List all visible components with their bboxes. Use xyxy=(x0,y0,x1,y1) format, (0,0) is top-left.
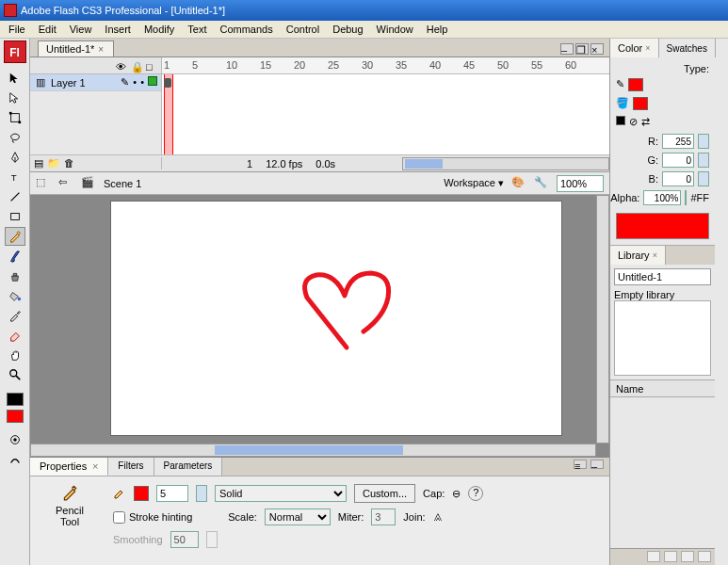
help-icon[interactable]: ? xyxy=(468,486,483,501)
close-tab-icon[interactable]: × xyxy=(98,44,104,55)
layer-row[interactable]: ▥ Layer 1 ✎ •• xyxy=(30,74,161,91)
timeline-scrollbar[interactable] xyxy=(402,157,609,170)
menu-commands[interactable]: Commands xyxy=(213,22,279,37)
new-layer-icon[interactable]: ▤ xyxy=(34,157,43,170)
menu-modify[interactable]: Modify xyxy=(138,22,181,37)
stroke-color-button[interactable] xyxy=(134,486,149,501)
fill-swatch[interactable] xyxy=(633,97,648,110)
menu-text[interactable]: Text xyxy=(181,22,213,37)
keyframe[interactable] xyxy=(164,78,171,88)
tab-filters[interactable]: Filters xyxy=(108,458,154,476)
panel-menu-icon[interactable]: ≡ xyxy=(574,460,587,469)
zoom-tool[interactable] xyxy=(5,365,25,384)
alpha-slider[interactable] xyxy=(685,190,687,205)
menu-control[interactable]: Control xyxy=(280,22,326,37)
properties-lib-icon[interactable] xyxy=(681,551,694,562)
doc-restore-icon[interactable]: ❐ xyxy=(575,43,589,55)
eye-icon[interactable]: 👁 xyxy=(116,61,125,71)
tab-parameters[interactable]: Parameters xyxy=(154,458,223,476)
delete-layer-icon[interactable]: 🗑 xyxy=(64,157,74,170)
pencil-tool[interactable] xyxy=(5,227,25,246)
menu-view[interactable]: View xyxy=(63,22,99,37)
panel-collapse-icon[interactable]: – xyxy=(590,460,604,469)
free-transform-tool[interactable] xyxy=(5,108,25,127)
scale-select[interactable]: Normal xyxy=(265,508,331,525)
library-column-header[interactable]: Name xyxy=(610,379,715,396)
new-symbol-icon[interactable] xyxy=(647,551,660,562)
timeline-toggle-icon[interactable]: ⬚ xyxy=(36,176,51,191)
tab-library[interactable]: Library× xyxy=(610,246,666,265)
timeline-frames[interactable] xyxy=(162,74,609,154)
join-dropdown-icon[interactable]: ⩓ xyxy=(433,511,444,523)
bw-swatch[interactable] xyxy=(616,116,625,125)
stroke-size-input[interactable] xyxy=(156,485,188,502)
hand-tool[interactable] xyxy=(5,346,25,364)
b-slider[interactable] xyxy=(698,171,709,186)
paint-bucket-tool[interactable] xyxy=(5,286,25,305)
stroke-hinting-checkbox[interactable]: Stroke hinting xyxy=(113,511,192,524)
no-color-icon[interactable]: ⊘ xyxy=(629,116,638,128)
selection-tool[interactable] xyxy=(5,69,25,88)
fill-color-swatch[interactable] xyxy=(7,410,24,423)
library-doc-select[interactable] xyxy=(614,268,711,285)
smooth-option[interactable] xyxy=(5,450,25,469)
stroke-style-select[interactable]: Solid xyxy=(215,485,347,502)
brush-tool[interactable] xyxy=(5,247,25,266)
eraser-tool[interactable] xyxy=(5,326,25,345)
new-folder-icon[interactable]: 📁 xyxy=(47,157,60,170)
stage[interactable] xyxy=(110,201,562,436)
stroke-color-swatch[interactable] xyxy=(7,393,24,406)
menu-help[interactable]: Help xyxy=(420,22,455,37)
outline-icon[interactable]: □ xyxy=(146,61,155,71)
doc-close-icon[interactable]: × xyxy=(590,43,604,55)
alpha-input[interactable] xyxy=(643,190,681,205)
tab-color[interactable]: Color× xyxy=(610,39,659,57)
swap-colors-icon[interactable]: ⇄ xyxy=(641,116,650,128)
back-icon[interactable]: ⇦ xyxy=(58,176,73,191)
text-tool[interactable]: T xyxy=(5,168,25,186)
stage-vscrollbar[interactable] xyxy=(596,195,609,444)
elapsed-display: 0.0s xyxy=(315,158,335,170)
pen-tool[interactable] xyxy=(5,148,25,167)
menu-insert[interactable]: Insert xyxy=(98,22,138,37)
cap-dropdown-icon[interactable]: ⊖ xyxy=(452,488,461,500)
edit-bar: ⬚ ⇦ 🎬 Scene 1 Workspace ▾ 🎨 🔧 xyxy=(30,172,609,195)
timeline-ruler[interactable]: 1 5 10 15 20 25 30 35 40 45 50 55 60 xyxy=(162,57,609,73)
stroke-size-dropdown[interactable] xyxy=(196,485,207,502)
zoom-input[interactable] xyxy=(557,175,604,192)
workspace-menu[interactable]: Workspace ▾ xyxy=(444,177,504,189)
eyedropper-tool[interactable] xyxy=(5,306,25,325)
r-slider[interactable] xyxy=(698,134,709,149)
custom-stroke-button[interactable]: Custom... xyxy=(354,484,415,503)
menu-edit[interactable]: Edit xyxy=(32,22,63,37)
edit-symbol-icon[interactable]: 🔧 xyxy=(534,176,549,191)
right-panels: Color× Swatches Type: ✎ 🪣 ⊘ ⇄ R: xyxy=(609,39,715,565)
g-input[interactable] xyxy=(662,153,694,168)
new-folder-lib-icon[interactable] xyxy=(664,551,677,562)
r-input[interactable] xyxy=(662,134,694,149)
rectangle-tool[interactable] xyxy=(5,207,25,226)
properties-panel: Properties × Filters Parameters ≡– Penci… xyxy=(30,457,609,565)
subselection-tool[interactable] xyxy=(5,89,25,107)
layer-color-icon[interactable] xyxy=(148,76,157,86)
g-slider[interactable] xyxy=(698,153,709,168)
doc-minimize-icon[interactable]: – xyxy=(560,43,574,55)
line-tool[interactable] xyxy=(5,187,25,206)
lock-icon[interactable]: 🔒 xyxy=(131,61,140,71)
document-tabs: Untitled-1* × – ❐ × xyxy=(30,39,609,57)
menu-window[interactable]: Window xyxy=(370,22,420,37)
tab-swatches[interactable]: Swatches xyxy=(659,39,716,57)
ink-bottle-tool[interactable] xyxy=(5,266,25,285)
delete-symbol-icon[interactable] xyxy=(698,551,711,562)
lasso-tool[interactable] xyxy=(5,128,25,147)
scene-name[interactable]: Scene 1 xyxy=(104,178,141,189)
edit-scene-icon[interactable]: 🎨 xyxy=(511,176,526,191)
menu-debug[interactable]: Debug xyxy=(326,22,369,37)
document-tab[interactable]: Untitled-1* × xyxy=(38,40,114,56)
stroke-swatch[interactable] xyxy=(628,78,643,91)
stage-hscrollbar[interactable] xyxy=(30,444,596,457)
b-input[interactable] xyxy=(662,171,694,186)
menu-file[interactable]: File xyxy=(2,22,32,37)
tab-properties[interactable]: Properties × xyxy=(30,458,108,476)
snap-option[interactable] xyxy=(5,430,25,449)
